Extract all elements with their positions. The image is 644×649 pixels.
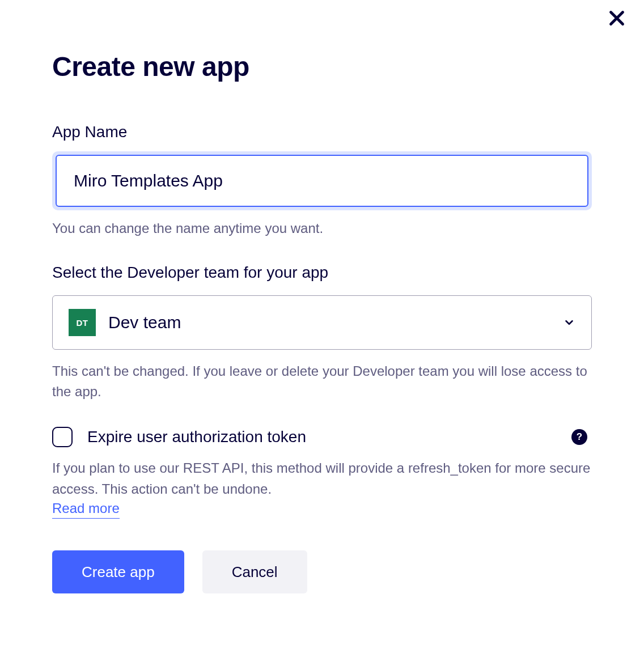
app-name-input-focus-ring — [52, 151, 592, 210]
expire-token-description: If you plan to use our REST API, this me… — [52, 457, 592, 499]
help-icon[interactable]: ? — [571, 429, 587, 445]
create-app-button[interactable]: Create app — [52, 550, 184, 593]
app-name-input[interactable] — [56, 155, 588, 207]
expire-token-label: Expire user authorization token — [87, 428, 306, 446]
team-badge-icon: DT — [69, 309, 96, 336]
button-row: Create app Cancel — [52, 550, 592, 593]
read-more-link[interactable]: Read more — [52, 500, 120, 519]
expire-token-checkbox[interactable] — [52, 427, 73, 447]
modal-title: Create new app — [52, 51, 592, 82]
create-app-modal: Create new app App Name You can change t… — [0, 0, 644, 593]
team-select-hint: This can't be changed. If you leave or d… — [52, 361, 592, 402]
app-name-hint: You can change the name anytime you want… — [52, 218, 592, 239]
chevron-down-icon — [563, 316, 575, 329]
expire-token-row: Expire user authorization token ? — [52, 427, 592, 447]
team-select-value: Dev team — [108, 313, 563, 332]
team-select[interactable]: DT Dev team — [52, 295, 592, 350]
app-name-label: App Name — [52, 123, 592, 141]
cancel-button[interactable]: Cancel — [202, 550, 307, 593]
team-select-label: Select the Developer team for your app — [52, 264, 592, 282]
